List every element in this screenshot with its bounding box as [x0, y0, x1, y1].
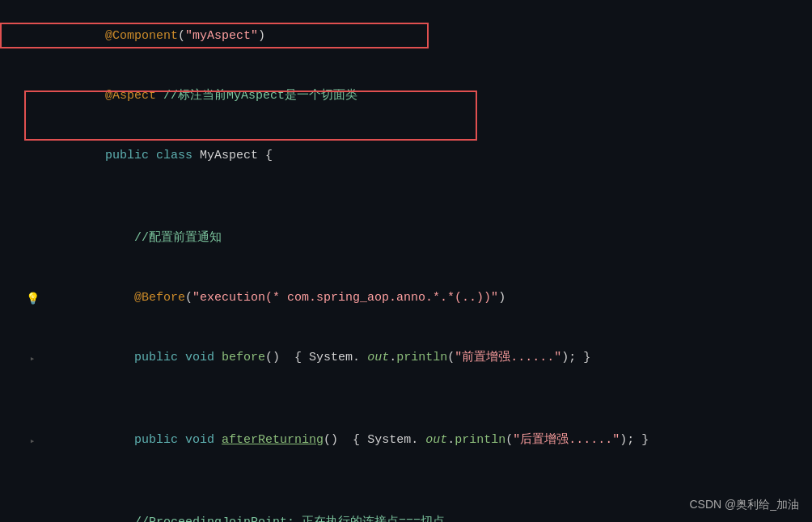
line-code-5: //配置前置通知 — [40, 209, 812, 267]
comment-before-config: //配置前置通知 — [105, 231, 222, 245]
kw-public-3: public — [105, 149, 149, 162]
paren9: () { — [324, 433, 367, 447]
p7b: ); } — [561, 351, 590, 364]
bulb-icon[interactable]: 💡 — [26, 292, 40, 305]
method-before: before — [222, 351, 265, 364]
code-line-5: //配置前置通知 — [0, 208, 812, 268]
kw-public-9: public — [105, 433, 178, 447]
line-indicator-9: ▸ — [24, 436, 40, 446]
string-myaspect: "myAspect" — [185, 29, 258, 43]
paren7: () { — [265, 351, 309, 364]
annotation-component: @Component — [105, 29, 178, 43]
paren-open: ( — [178, 29, 185, 43]
watermark: CSDN @奥利给_加油 — [689, 498, 799, 512]
kw-void-7: void — [185, 351, 214, 364]
sys7: System. — [309, 351, 360, 364]
kw-public-7: public — [105, 351, 178, 364]
code-line-9: ▸ public void afterReturning() { System.… — [0, 410, 812, 470]
sp3a — [149, 149, 156, 162]
kw-class: class — [156, 149, 192, 162]
sp9a — [178, 433, 185, 447]
classname-myaspect: MyAspect — [200, 149, 258, 162]
line-code-1: @Component("myAspect") — [40, 7, 812, 65]
println-7: println — [396, 351, 447, 364]
dot9: . — [447, 433, 455, 447]
sp3c: { — [258, 149, 273, 162]
fold-indicator-7: ▸ — [30, 353, 36, 364]
p9b: ); } — [620, 433, 649, 447]
annotation-aspect: @Aspect — [105, 89, 156, 103]
code-line-8 — [0, 388, 812, 410]
line-code-2: @Aspect //标注当前MyAspect是一个切面类 — [40, 67, 812, 125]
p9a: ( — [505, 433, 513, 447]
sp7a — [178, 351, 185, 364]
fold-indicator-9: ▸ — [30, 436, 36, 446]
kw-void-9: void — [185, 433, 214, 447]
code-line-1: @Component("myAspect") — [0, 6, 812, 66]
out-9: out — [418, 433, 447, 447]
line-indicator-6: 💡 — [24, 292, 40, 305]
code-editor: @Component("myAspect") @Aspect //标注当前MyA… — [0, 0, 812, 522]
p7a: ( — [447, 351, 455, 364]
out-7: out — [360, 351, 389, 364]
code-line-6: 💡 @Before("execution(* com.spring_aop.an… — [0, 268, 812, 328]
paren-close: ) — [258, 29, 265, 43]
sp9b — [214, 433, 222, 447]
code-content: @Component("myAspect") @Aspect //标注当前MyA… — [0, 0, 812, 522]
paren6a: ( — [185, 291, 192, 305]
code-line-4 — [0, 186, 812, 208]
sp7b — [214, 351, 222, 364]
line-code-9: public void afterReturning() { System. o… — [40, 411, 812, 469]
paren6b: ) — [498, 291, 505, 305]
space1 — [156, 89, 163, 103]
string-execution: "execution(* com.spring_aop.anno.*.*(..)… — [192, 291, 498, 305]
code-line-10 — [0, 470, 812, 493]
sys9: System. — [367, 433, 418, 447]
str-before: "前置增强......" — [455, 351, 561, 364]
code-line-2: @Aspect //标注当前MyAspect是一个切面类 — [0, 66, 812, 126]
str-after: "后置增强......" — [513, 433, 620, 447]
annotation-before: @Before — [105, 291, 185, 305]
dot7: . — [389, 351, 396, 364]
line-code-3: public class MyAspect { — [40, 127, 812, 185]
comment-proceeding: //ProceedingJoinPoint: 正在执行的连接点===切点 — [105, 516, 445, 522]
println-9: println — [455, 433, 505, 447]
line-indicator-7: ▸ — [24, 353, 40, 364]
code-line-7: ▸ public void before() { System. out.pri… — [0, 328, 812, 388]
line-code-6: @Before("execution(* com.spring_aop.anno… — [40, 269, 812, 327]
comment-aspect: //标注当前MyAspect是一个切面类 — [163, 89, 357, 103]
code-line-3: public class MyAspect { — [0, 126, 812, 186]
method-afterreturning: afterReturning — [222, 433, 324, 447]
line-code-7: public void before() { System. out.print… — [40, 329, 812, 387]
sp3b — [192, 149, 200, 162]
